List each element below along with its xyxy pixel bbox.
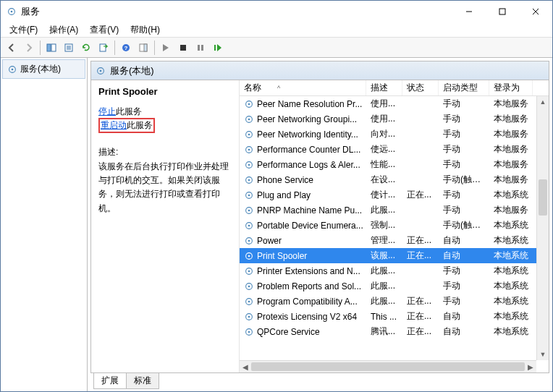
window-title: 服务 [21, 5, 452, 18]
service-row[interactable]: Peer Name Resolution Pr...使用...手动本地服务 [240, 96, 549, 111]
gear-icon [244, 175, 254, 185]
svg-point-26 [248, 103, 250, 105]
service-row[interactable]: Portable Device Enumera...强制...手动(触发...本… [240, 218, 549, 233]
restart-link[interactable]: 重启动 [101, 120, 127, 130]
start-service-button[interactable] [158, 40, 174, 56]
tab-extended[interactable]: 扩展 [93, 373, 127, 389]
cell-logon: 本地系统 [489, 219, 533, 231]
cell-desc: 腾讯... [366, 325, 402, 338]
service-row[interactable]: Plug and Play使计...正在...手动本地系统 [240, 187, 549, 203]
svg-point-36 [248, 179, 250, 181]
cell-logon: 本地服务 [489, 113, 533, 125]
service-name: Power [257, 236, 282, 246]
service-row[interactable]: Peer Networking Groupi...使用...手动本地服务 [240, 111, 549, 127]
cell-status: 正在... [402, 234, 439, 247]
svg-point-44 [248, 239, 250, 242]
close-button[interactable] [519, 1, 552, 22]
content-header: 服务(本地) [91, 61, 549, 80]
restart-service-button[interactable] [210, 40, 226, 56]
properties-button[interactable] [61, 40, 77, 56]
cell-startup: 自动 [439, 310, 489, 323]
menu-view[interactable]: 查看(V) [84, 22, 124, 38]
col-header-status[interactable]: 状态 [402, 80, 439, 95]
gear-icon [244, 297, 254, 307]
action-pane-button[interactable] [135, 40, 151, 56]
svg-point-32 [248, 148, 250, 150]
cell-startup: 手动 [439, 189, 489, 201]
cell-name: Printer Extensions and N... [240, 266, 366, 276]
cell-name: Protexis Licensing V2 x64 [240, 312, 366, 322]
forward-button[interactable] [21, 40, 37, 56]
back-button[interactable] [4, 40, 20, 56]
window-controls [452, 1, 552, 22]
service-row[interactable]: Phone Service在设...手动(触发...本地服务 [240, 172, 549, 187]
stop-service-button[interactable] [175, 40, 191, 56]
stop-link[interactable]: 停止 [98, 106, 116, 116]
cell-desc: 此服... [366, 295, 402, 307]
scroll-up-icon[interactable]: ▲ [537, 96, 549, 108]
scroll-left-icon[interactable]: ◀ [240, 361, 251, 372]
toolbar: ? [1, 38, 552, 58]
service-row[interactable]: Performance Logs & Aler...性能...手动本地服务 [240, 157, 549, 172]
body: 服务(本地) 服务(本地) Print Spooler 停止此服务 [1, 58, 552, 391]
refresh-button[interactable] [78, 40, 94, 56]
cell-status: 正在... [402, 250, 439, 262]
cell-desc: 此服... [366, 265, 402, 277]
export-button[interactable] [96, 40, 111, 56]
scroll-thumb[interactable] [539, 179, 547, 216]
toolbar-separator [40, 41, 41, 55]
gear-icon [96, 66, 106, 76]
vertical-scrollbar[interactable]: ▲ ▼ [536, 96, 549, 360]
scroll-thumb[interactable] [251, 362, 525, 371]
help-button[interactable]: ? [118, 40, 134, 56]
service-row[interactable]: Power管理...正在...自动本地系统 [240, 233, 549, 248]
svg-point-30 [248, 133, 250, 135]
cell-name: Print Spooler [240, 251, 366, 261]
gear-icon [244, 251, 254, 261]
gear-icon [244, 312, 254, 322]
service-row[interactable]: QPCore Service腾讯...正在...自动本地系统 [240, 324, 549, 339]
stop-suffix: 此服务 [116, 106, 142, 116]
cell-desc: 在设... [366, 174, 402, 186]
svg-rect-16 [144, 44, 147, 51]
cell-name: Performance Logs & Aler... [240, 160, 366, 170]
maximize-button[interactable] [486, 1, 519, 22]
toolbar-separator [154, 41, 155, 55]
svg-rect-18 [198, 45, 200, 51]
service-row[interactable]: PNRP Machine Name Pu...此服...手动本地服务 [240, 203, 549, 218]
horizontal-scrollbar[interactable]: ◀ ▶ [240, 360, 536, 372]
service-row[interactable]: Protexis Licensing V2 x64This ...正在...自动… [240, 309, 549, 324]
cell-desc: 使计... [366, 189, 402, 201]
service-row[interactable]: Program Compatibility A...此服...正在...手动本地… [240, 294, 549, 309]
cell-name: Peer Name Resolution Pr... [240, 99, 366, 109]
cell-startup: 手动(触发... [439, 174, 489, 186]
show-hide-tree-button[interactable] [43, 40, 59, 56]
col-header-startup[interactable]: 启动类型 [439, 80, 489, 95]
minimize-button[interactable] [452, 1, 486, 22]
content-header-text: 服务(本地) [110, 64, 154, 77]
service-row[interactable]: Performance Counter DL...使远...手动本地服务 [240, 142, 549, 157]
service-row[interactable]: Problem Reports and Sol...此服...手动本地系统 [240, 278, 549, 294]
service-name: Protexis Licensing V2 x64 [257, 312, 357, 322]
cell-name: Problem Reports and Sol... [240, 281, 366, 291]
service-name: Peer Name Resolution Pr... [257, 99, 362, 109]
col-header-desc[interactable]: 描述 [366, 80, 402, 95]
pause-service-button[interactable] [193, 40, 208, 56]
nav-root-services[interactable]: 服务(本地) [2, 59, 85, 79]
cell-name: Plug and Play [240, 190, 366, 200]
menu-action[interactable]: 操作(A) [43, 22, 84, 38]
service-row[interactable]: Printer Extensions and N...此服...手动本地系统 [240, 263, 549, 278]
service-row[interactable]: Print Spooler该服...正在...自动本地系统 [240, 248, 549, 263]
cell-desc: 该服... [366, 250, 402, 262]
scroll-down-icon[interactable]: ▼ [537, 349, 549, 360]
service-name: PNRP Machine Name Pu... [257, 205, 362, 216]
restart-highlight: 重启动此服务 [98, 118, 155, 133]
service-row[interactable]: Peer Networking Identity...向对...手动本地服务 [240, 127, 549, 142]
col-header-logon[interactable]: 登录为 [489, 80, 533, 95]
menu-file[interactable]: 文件(F) [4, 22, 43, 38]
scroll-right-icon[interactable]: ▶ [525, 361, 536, 372]
col-header-name[interactable]: 名称^ [240, 80, 366, 95]
tab-standard[interactable]: 标准 [126, 373, 159, 389]
cell-logon: 本地服务 [489, 174, 533, 186]
menu-help[interactable]: 帮助(H) [124, 22, 166, 38]
